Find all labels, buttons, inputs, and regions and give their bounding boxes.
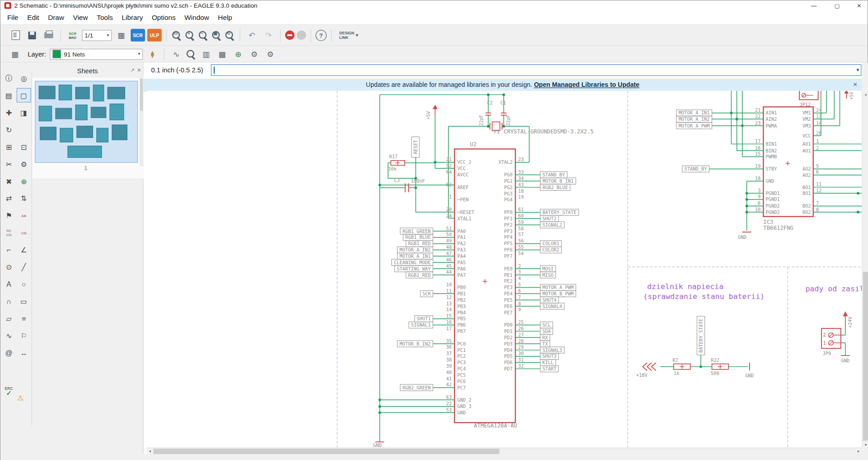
supply-arrow-icon bbox=[844, 91, 849, 94]
open-button[interactable] bbox=[8, 28, 23, 43]
paste-tool-icon[interactable]: ⊡ bbox=[17, 140, 30, 153]
pin-number: 7 bbox=[816, 200, 819, 206]
sheets-scrollbar[interactable] bbox=[140, 77, 144, 166]
invoke-tool-icon[interactable]: ⊙ bbox=[2, 261, 15, 274]
r17-value: 10k bbox=[388, 166, 397, 171]
save-button[interactable] bbox=[25, 28, 39, 43]
panel-close-icon[interactable]: ✕ bbox=[137, 67, 141, 73]
display-layers-tool-icon[interactable]: ▤ bbox=[2, 89, 15, 102]
close-button[interactable]: ✕ bbox=[850, 0, 868, 11]
value-ab-tool-icon[interactable]: AB bbox=[17, 209, 30, 222]
change-tool-icon[interactable]: ⚙ bbox=[17, 157, 30, 171]
pinswap-tool-icon[interactable]: ⇄ bbox=[2, 192, 15, 205]
rect-tool-icon[interactable]: ▭ bbox=[17, 294, 30, 308]
menu-tools[interactable]: Tools bbox=[92, 11, 117, 24]
grid-toggle-button[interactable]: ▦ bbox=[8, 47, 21, 61]
design-link-button[interactable]: DESIGNLINK ▾ bbox=[340, 31, 358, 39]
layer-settings-button[interactable]: ⧫ bbox=[146, 47, 159, 61]
help-button[interactable]: ? bbox=[316, 30, 326, 41]
chevron-down-icon: ▾ bbox=[356, 33, 358, 38]
replace-tool-icon[interactable]: ⇅ bbox=[17, 192, 30, 205]
value-tool-icon[interactable]: 10k bbox=[17, 226, 30, 239]
horizontal-scrollbar-thumb[interactable] bbox=[153, 449, 499, 454]
bend-style-button[interactable]: ∿ bbox=[170, 47, 183, 61]
layer-selector[interactable]: 91 Nets ▾ bbox=[50, 48, 143, 59]
zoom-select-icon[interactable]: ▣ bbox=[211, 30, 222, 41]
miter-tool-icon[interactable]: ⌐ bbox=[2, 243, 15, 256]
delete-tool-icon[interactable]: ✖ bbox=[2, 175, 15, 188]
zoom-redraw-icon[interactable]: ↻ bbox=[224, 30, 235, 41]
menu-draw[interactable]: Draw bbox=[43, 11, 68, 24]
simulation-gear-button[interactable]: ⚙ bbox=[264, 47, 277, 61]
search-icon[interactable] bbox=[186, 48, 197, 59]
net-tool-icon[interactable]: ∿ bbox=[2, 329, 15, 342]
maximize-button[interactable]: ▢ bbox=[828, 0, 847, 11]
menu-help[interactable]: Help bbox=[213, 11, 236, 24]
grid-pattern-button[interactable]: ▩ bbox=[216, 47, 229, 61]
dimension-tool-icon[interactable]: ↔ bbox=[17, 346, 30, 359]
info-tool-icon[interactable]: ⓘ bbox=[2, 71, 15, 85]
split-tool-icon[interactable]: ∠ bbox=[17, 243, 30, 256]
scroll-left-icon[interactable]: ◂ bbox=[146, 449, 153, 454]
zoom-out-icon[interactable]: − bbox=[198, 30, 208, 41]
copy-tool-icon[interactable]: ⊞ bbox=[2, 140, 15, 153]
show-tool-icon[interactable]: ◎ bbox=[17, 71, 30, 85]
mcu-value: ATMEGA128A-AU bbox=[474, 422, 517, 429]
menu-options[interactable]: Options bbox=[147, 11, 180, 24]
menu-view[interactable]: View bbox=[69, 11, 93, 24]
mirror-tool-icon[interactable]: ◨ bbox=[17, 106, 30, 119]
erc-button[interactable]: ERC ✓ bbox=[2, 387, 16, 396]
text-tool-icon[interactable]: A bbox=[2, 277, 15, 290]
close-icon[interactable]: ✕ bbox=[853, 79, 857, 91]
command-input[interactable]: ▾ bbox=[211, 64, 862, 76]
add-part-tool-icon[interactable]: ⊕ bbox=[17, 175, 30, 188]
ulp-button[interactable]: ULP bbox=[147, 29, 162, 42]
horizontal-scrollbar[interactable]: ◂ ▸ bbox=[146, 447, 862, 454]
pin-number: 15 bbox=[755, 151, 761, 156]
menu-window[interactable]: Window bbox=[180, 11, 213, 24]
menu-library[interactable]: Library bbox=[118, 11, 147, 24]
managed-libraries-link[interactable]: Open Managed Libraries to Update bbox=[534, 81, 639, 88]
schematic-canvas[interactable]: U2ATMEGA128A-AUVCC_221VCC52AVCC64AREF62~… bbox=[146, 91, 862, 448]
polygon-tool-icon[interactable]: ▱ bbox=[2, 312, 15, 325]
sheet-thumbnail[interactable] bbox=[35, 81, 138, 163]
sheet-selector[interactable]: 1/1 ▾ bbox=[82, 30, 112, 41]
attribute-tool-icon[interactable]: @ bbox=[2, 346, 15, 359]
vertical-scrollbar-thumb[interactable] bbox=[863, 272, 868, 441]
label-tool-icon[interactable]: ⚐ bbox=[17, 329, 30, 342]
smash-tool-icon[interactable]: R210k bbox=[2, 226, 15, 239]
print-button[interactable] bbox=[42, 28, 56, 43]
scroll-right-icon[interactable]: ▸ bbox=[855, 449, 862, 454]
menu-file[interactable]: File bbox=[3, 11, 23, 24]
move-tool-icon[interactable]: ✚ bbox=[2, 106, 15, 119]
scroll-down-icon[interactable]: ▾ bbox=[863, 442, 868, 447]
circle-tool-icon[interactable]: ○ bbox=[17, 277, 30, 290]
arc-tool-icon[interactable]: ∩ bbox=[2, 294, 15, 308]
undo-button[interactable]: ↶ bbox=[245, 28, 259, 43]
bus-tool-icon[interactable]: ≡ bbox=[17, 312, 30, 325]
group-select-tool-icon[interactable]: ▢ bbox=[17, 89, 30, 102]
pin-number: 45 bbox=[446, 263, 452, 269]
switch-board-button[interactable]: SCRBRD bbox=[65, 28, 80, 43]
thumbnail-block bbox=[76, 126, 93, 138]
warning-icon[interactable]: ⚠ bbox=[17, 394, 24, 402]
add-net-button[interactable]: ⊕ bbox=[231, 47, 245, 61]
pads-pattern-button[interactable]: ▥ bbox=[199, 47, 212, 61]
scr-button[interactable]: SCR bbox=[131, 29, 145, 42]
cut-tool-icon[interactable]: ✂ bbox=[2, 157, 15, 171]
zoom-in-icon[interactable]: + bbox=[184, 30, 195, 41]
grid-button[interactable]: ▦ bbox=[114, 28, 128, 43]
zoom-fit-icon[interactable]: ▭ bbox=[171, 30, 182, 41]
wire-tool-icon[interactable]: ╱ bbox=[17, 261, 30, 274]
menu-edit[interactable]: Edit bbox=[23, 11, 43, 24]
net-label: MOTOR_A_IN2 bbox=[400, 247, 431, 253]
redo-button[interactable]: ↷ bbox=[261, 28, 276, 43]
stop-command-icon[interactable] bbox=[285, 30, 295, 40]
scroll-up-icon[interactable]: ▴ bbox=[863, 92, 868, 96]
minimize-button[interactable]: — bbox=[804, 0, 823, 11]
vertical-scrollbar[interactable]: ▴ ▾ bbox=[862, 91, 868, 448]
name-tool-icon[interactable]: ⚑ bbox=[2, 209, 15, 222]
panel-float-icon[interactable]: ↗ bbox=[130, 67, 134, 73]
settings-gear-button[interactable]: ⚙ bbox=[248, 47, 261, 61]
rotate-tool-icon[interactable]: ↻ bbox=[2, 123, 15, 136]
